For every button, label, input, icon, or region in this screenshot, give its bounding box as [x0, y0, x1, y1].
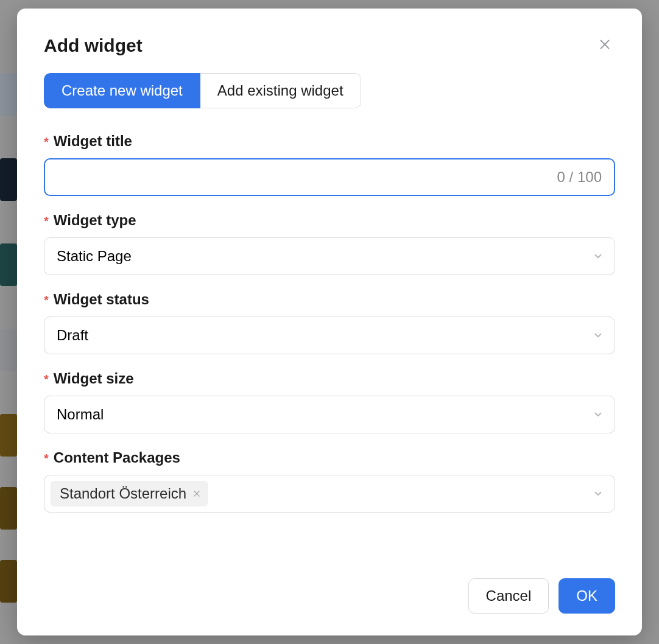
label-text: Content Packages	[54, 449, 180, 466]
ok-button[interactable]: OK	[559, 578, 615, 614]
chevron-down-icon	[593, 251, 604, 262]
widget-title-input[interactable]	[44, 158, 615, 196]
form: * Widget title 0 / 100 * Widget type Sta…	[44, 133, 615, 564]
tab-add-existing[interactable]: Add existing widget	[200, 73, 361, 108]
tag: Standort Österreich	[51, 481, 208, 506]
required-mark: *	[44, 293, 49, 307]
label-text: Widget status	[54, 291, 149, 308]
select-value: Static Page	[57, 248, 132, 265]
input-wrap: 0 / 100	[44, 158, 615, 196]
widget-size-select[interactable]: Normal	[44, 396, 615, 433]
content-packages-select[interactable]: Standort Österreich	[44, 475, 615, 513]
field-label: * Content Packages	[44, 449, 615, 466]
select-value: Draft	[57, 327, 88, 344]
widget-type-select[interactable]: Static Page	[44, 237, 615, 275]
field-content-packages: * Content Packages Standort Österreich	[44, 449, 615, 513]
modal-footer: Cancel OK	[44, 578, 615, 614]
field-label: * Widget title	[44, 133, 615, 150]
add-widget-modal: Add widget Create new widget Add existin…	[17, 9, 642, 635]
close-button[interactable]	[594, 35, 615, 54]
label-text: Widget size	[54, 370, 134, 387]
field-widget-size: * Widget size Normal	[44, 370, 615, 433]
field-label: * Widget size	[44, 370, 615, 387]
cancel-button[interactable]: Cancel	[468, 578, 549, 614]
required-mark: *	[44, 135, 49, 149]
required-mark: *	[44, 214, 49, 228]
required-mark: *	[44, 373, 49, 387]
required-mark: *	[44, 452, 49, 466]
field-label: * Widget status	[44, 291, 615, 308]
tag-label: Standort Österreich	[60, 485, 186, 502]
close-icon	[598, 38, 611, 51]
tab-create-new[interactable]: Create new widget	[44, 73, 200, 108]
select-value: Normal	[57, 406, 104, 423]
field-label: * Widget type	[44, 212, 615, 229]
modal-header: Add widget	[44, 35, 615, 56]
label-text: Widget title	[54, 133, 132, 150]
char-counter: 0 / 100	[557, 169, 602, 186]
label-text: Widget type	[54, 212, 136, 229]
widget-status-select[interactable]: Draft	[44, 317, 615, 354]
field-widget-status: * Widget status Draft	[44, 291, 615, 354]
modal-title: Add widget	[44, 35, 143, 56]
field-widget-title: * Widget title 0 / 100	[44, 133, 615, 196]
chevron-down-icon	[593, 488, 604, 499]
mode-tabs: Create new widget Add existing widget	[44, 73, 361, 108]
field-widget-type: * Widget type Static Page	[44, 212, 615, 275]
tag-remove-icon[interactable]	[192, 487, 201, 500]
chevron-down-icon	[593, 409, 604, 420]
chevron-down-icon	[593, 330, 604, 341]
